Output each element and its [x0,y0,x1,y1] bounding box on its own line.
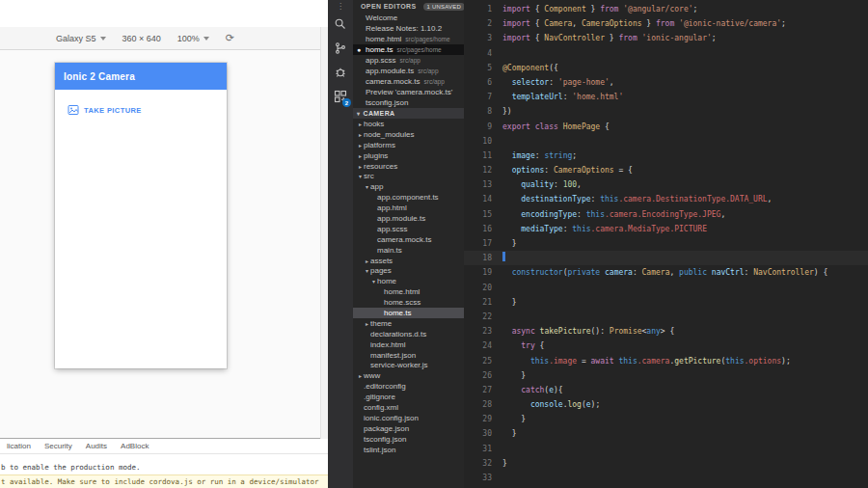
tree-item[interactable]: manifest.json [353,350,464,361]
tree-item[interactable]: .editorconfig [353,381,464,392]
open-editor-item[interactable]: app.module.tssrc/app [353,66,464,76]
line-number: 12 [464,163,492,177]
tree-item[interactable]: declarations.d.ts [353,329,464,339]
code-line[interactable]: 23 async takePicture(): Promise<any> { [464,324,868,339]
code-line[interactable]: 15 encodingType: this.camera.EncodingTyp… [464,207,868,222]
tree-item[interactable]: app.component.ts [353,192,464,203]
tree-item[interactable]: home.html [353,286,464,297]
code-line[interactable]: 4 [464,46,868,61]
tree-item-label: package.json [364,424,409,433]
chevron-down-icon: ▾ [370,278,377,285]
code-line[interactable]: 27 catch(e){ [464,383,868,397]
code-line[interactable]: 24 try { [464,339,868,353]
open-editor-item[interactable]: Release Notes: 1.10.2 [353,23,464,34]
tree-item[interactable]: ▸theme [353,318,464,329]
code-line[interactable]: 20 [464,281,868,295]
code-line[interactable]: 11 image: string; [464,149,868,163]
code-line[interactable]: 7 templateUrl: 'home.html' [464,90,868,104]
code-line[interactable]: 10 [464,134,868,149]
open-editor-item[interactable]: Welcome [353,13,464,23]
code-line[interactable]: 25 this.image = await this.camera.getPic… [464,354,868,368]
open-editor-item[interactable]: tsconfig.json [353,97,464,108]
code-line[interactable]: 17 } [464,236,868,251]
tree-item[interactable]: ▸platforms [353,140,464,150]
debug-icon[interactable] [328,60,353,84]
devtools-tab[interactable]: Audits [79,442,114,450]
tree-item[interactable]: ▸www [353,370,464,381]
open-editor-item[interactable]: Preview 'camera.mock.ts' [353,87,464,97]
code-line[interactable]: 31 [464,442,868,456]
open-editor-path: src/pages/home [396,46,441,53]
code-line[interactable]: 2import { Camera, CameraOptions } from '… [464,16,868,31]
tree-item[interactable]: main.ts [353,245,464,256]
code-line[interactable]: 30 } [464,426,868,441]
device-dimensions[interactable]: 360 × 640 [122,34,161,43]
devtools-tab[interactable]: lication [0,442,38,450]
tree-item[interactable]: home.scss [353,297,464,308]
rotate-device-icon[interactable]: ⟳ [226,33,234,43]
open-editor-item[interactable]: app.scsssrc/app [353,55,464,66]
code-line[interactable]: 3import { NavController } from 'ionic-an… [464,31,868,45]
source-control-icon[interactable] [328,36,353,60]
tree-item[interactable]: config.xml [353,402,464,413]
tree-item[interactable]: tslint.json [353,445,464,455]
code-line[interactable]: 6 selector: 'page-home', [464,75,868,90]
tree-item[interactable]: ▾app [353,181,464,192]
code-line[interactable]: 1import { Component } from '@angular/cor… [464,2,868,16]
device-selector[interactable]: Galaxy S5 [56,34,106,43]
tree-item[interactable]: app.html [353,203,464,213]
code-line[interactable]: 13 quality: 100, [464,177,868,192]
code-line[interactable]: 32} [464,456,868,471]
code-line[interactable]: 26 } [464,368,868,383]
extensions-icon[interactable]: 2 [328,84,353,108]
tree-item[interactable]: ▸node_modules [353,129,464,140]
code-line[interactable]: 29 } [464,412,868,426]
code-line[interactable]: 5@Component({ [464,61,868,75]
code-line[interactable]: 16 mediaType: this.camera.MediaType.PICT… [464,222,868,236]
tree-item[interactable]: app.scss [353,224,464,234]
tree-item[interactable]: app.module.ts [353,213,464,224]
code-line[interactable]: 21 } [464,295,868,310]
tree-item[interactable]: service-worker.js [353,360,464,370]
tree-item[interactable]: ▸hooks [353,119,464,129]
open-editor-item[interactable]: ●home.tssrc/pages/home [353,44,464,55]
devtools-tab[interactable]: AdBlock [114,442,155,450]
tree-item[interactable]: ▾pages [353,265,464,276]
tree-item[interactable]: ionic.config.json [353,413,464,423]
tree-item[interactable]: tsconfig.json [353,434,464,445]
open-editor-item[interactable]: camera.mock.tssrc/app [353,76,464,87]
code-line[interactable]: 28 console.log(e); [464,397,868,412]
code-text: encodingType: this.camera.EncodingType.J… [502,207,725,222]
code-line[interactable]: 22 [464,310,868,324]
code-editor[interactable]: 1import { Component } from '@angular/cor… [464,0,868,488]
open-editors-header[interactable]: OPEN EDITORS 1 UNSAVED [353,0,464,13]
code-line[interactable]: 12 options: CameraOptions = { [464,163,868,177]
tree-item[interactable]: ▸plugins [353,150,464,161]
tree-item[interactable]: ▾home [353,276,464,286]
open-editor-item[interactable]: home.htmlsrc/pages/home [353,34,464,44]
take-picture-button[interactable]: TAKE PICTURE [68,104,142,116]
line-number: 9 [464,120,492,134]
tree-item[interactable]: home.ts [353,308,464,318]
devtools-tab[interactable]: Security [38,442,79,450]
tree-item[interactable]: .gitignore [353,392,464,402]
chevron-right-icon: ▸ [357,131,364,138]
code-line[interactable]: 9export class HomePage { [464,120,868,134]
tree-item[interactable]: ▾src [353,171,464,181]
search-icon[interactable] [328,12,353,36]
chevron-down-icon [203,37,209,41]
tree-item[interactable]: ▸resources [353,161,464,172]
code-line[interactable]: 33 [464,471,868,485]
tree-item[interactable]: ▸assets [353,256,464,266]
tree-item[interactable]: camera.mock.ts [353,234,464,245]
zoom-selector[interactable]: 100% [177,34,209,43]
explorer-section-header[interactable]: ▾ CAMERA [353,108,464,119]
code-line[interactable]: 14 destinationType: this.camera.Destinat… [464,192,868,206]
tree-item[interactable]: package.json [353,423,464,434]
browser-scrollbar[interactable] [320,27,328,439]
code-line[interactable]: 19 constructor(private camera: Camera, p… [464,265,868,280]
tree-item[interactable]: index.html [353,339,464,350]
code-line[interactable]: 18 [464,251,868,265]
more-actions-icon[interactable]: ⋮ [337,1,344,12]
code-line[interactable]: 8}) [464,104,868,119]
